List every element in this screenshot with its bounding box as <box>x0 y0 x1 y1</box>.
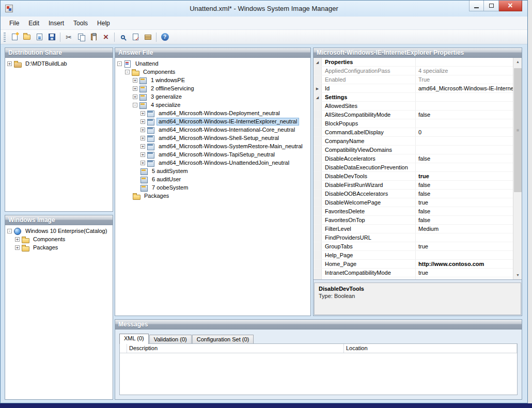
property-row[interactable]: FavoritesOnTopfalse <box>314 216 513 225</box>
collapse-icon[interactable]: - <box>133 103 137 107</box>
tree-item[interactable]: +3 generalize <box>116 92 309 101</box>
property-row[interactable]: LocalIntranetSites <box>314 277 513 280</box>
property-row[interactable]: FilterLevelMedium <box>314 225 513 233</box>
expand-icon[interactable]: + <box>15 237 20 242</box>
property-row[interactable]: FindProvidersURL <box>314 233 513 242</box>
expand-icon[interactable]: + <box>15 245 20 250</box>
tree-item[interactable]: +amd64_Microsoft-Windows-International-C… <box>116 125 309 134</box>
tree-item-label[interactable]: 4 specialize <box>149 101 182 109</box>
property-section-row[interactable]: ◢Properties <box>314 58 513 67</box>
property-row[interactable]: DisableOOBAcceleratorsfalse <box>314 190 513 198</box>
property-value[interactable] <box>416 146 513 154</box>
column-header-description[interactable]: Description <box>127 344 344 353</box>
tree-item[interactable]: +D:\MDTBuildLab <box>6 59 112 68</box>
collapse-icon[interactable]: - <box>7 229 12 233</box>
property-value[interactable] <box>416 93 513 101</box>
expand-icon[interactable]: + <box>140 161 145 165</box>
tree-item-label[interactable]: 1 windowsPE <box>149 76 187 84</box>
column-header-location[interactable]: Location <box>344 344 517 353</box>
tree-item-label[interactable]: 2 offlineServicing <box>149 85 196 92</box>
property-row[interactable]: CompanyName <box>314 137 513 146</box>
minimize-button[interactable] <box>469 1 484 11</box>
property-row[interactable]: IntranetCompatibilityModetrue <box>314 269 513 277</box>
scroll-down-icon[interactable]: ▼ <box>513 271 522 279</box>
tree-item-label[interactable]: 5 auditSystem <box>150 167 190 175</box>
tree-item[interactable]: +1 windowsPE <box>116 76 309 84</box>
property-row[interactable]: AppliedConfigurationPass4 specialize <box>314 67 513 75</box>
property-value[interactable] <box>416 119 513 128</box>
property-value[interactable]: true <box>416 198 513 207</box>
tree-item[interactable]: +amd64_Microsoft-Windows-TapiSetup_neutr… <box>116 150 309 159</box>
property-value[interactable]: 4 specialize <box>416 67 513 75</box>
property-value[interactable] <box>416 277 513 280</box>
tree-item[interactable]: +amd64_Microsoft-Windows-Deployment_neut… <box>116 109 309 117</box>
property-row[interactable]: DisableWelcomePagetrue <box>314 198 513 207</box>
tree-item-label[interactable]: D:\MDTBuildLab <box>23 60 69 68</box>
property-row[interactable]: DisableDevToolstrue <box>314 172 513 181</box>
property-value[interactable]: false <box>416 154 513 163</box>
expand-icon[interactable]: + <box>133 86 137 91</box>
property-row[interactable]: DisableAcceleratorsfalse <box>314 154 513 163</box>
property-row[interactable]: ▶Idamd64_Microsoft-Windows-IE-InternetEx <box>314 84 513 93</box>
tree-item[interactable]: +Components <box>6 235 112 243</box>
toolbar-grip[interactable] <box>4 33 6 42</box>
tree-item-label[interactable]: Packages <box>142 192 171 200</box>
menu-file[interactable]: File <box>5 18 24 28</box>
tab-configuration-set-0[interactable]: Configuration Set (0) <box>192 335 254 343</box>
menu-help[interactable]: Help <box>92 18 115 28</box>
tree-item[interactable]: +2 offlineServicing <box>116 84 309 92</box>
help-button[interactable] <box>159 31 171 43</box>
tree-item[interactable]: +amd64_Microsoft-Windows-Shell-Setup_neu… <box>116 134 309 142</box>
property-row[interactable]: Home_Pagehttp://www.contoso.com <box>314 260 513 269</box>
tree-item[interactable]: +Packages <box>6 243 112 252</box>
expand-icon[interactable]: + <box>133 95 137 99</box>
property-row[interactable]: CommandLabelDisplay0 <box>314 128 513 137</box>
tree-item[interactable]: Packages <box>116 192 309 200</box>
tree-item[interactable]: 6 auditUser <box>116 175 309 183</box>
tree-item[interactable]: -Unattend <box>116 59 309 68</box>
expand-icon[interactable]: + <box>140 144 145 149</box>
menu-insert[interactable]: Insert <box>44 18 69 28</box>
find-button[interactable] <box>117 31 129 43</box>
property-value[interactable] <box>416 137 513 145</box>
new-file-button[interactable] <box>8 31 21 43</box>
tree-item[interactable]: +amd64_Microsoft-Windows-SystemRestore-M… <box>116 142 309 150</box>
property-row[interactable]: AllowedSites <box>314 102 513 111</box>
expand-icon[interactable]: + <box>140 136 145 140</box>
vertical-scrollbar[interactable]: ▲ ≡ ▼ <box>513 58 522 279</box>
open-file-button[interactable] <box>21 31 33 43</box>
tree-item-label[interactable]: amd64_Microsoft-Windows-International-Co… <box>157 126 297 134</box>
collapse-icon[interactable]: - <box>125 70 130 74</box>
property-row[interactable]: CompatibilityViewDomains <box>314 146 513 154</box>
property-section-row[interactable]: ◢Settings <box>314 93 513 102</box>
titlebar[interactable]: Unattend.xml* - Windows System Image Man… <box>1 1 527 17</box>
property-value[interactable]: true <box>416 172 513 180</box>
menu-tools[interactable]: Tools <box>69 18 92 28</box>
paste-button[interactable] <box>87 31 100 43</box>
property-value[interactable]: True <box>416 75 513 84</box>
tree-item[interactable]: +amd64_Microsoft-Windows-UnattendedJoin_… <box>116 159 309 167</box>
tree-item[interactable]: -Components <box>116 68 309 76</box>
property-row[interactable]: EnabledTrue <box>314 75 513 84</box>
property-value[interactable]: false <box>416 207 513 215</box>
open-windows-image-button[interactable] <box>33 31 45 43</box>
tree-item-label[interactable]: Unattend <box>133 60 161 68</box>
tree-item-label[interactable]: amd64_Microsoft-Windows-Deployment_neutr… <box>157 109 282 117</box>
tree-item-label[interactable]: 3 generalize <box>149 93 184 101</box>
tree-item-label[interactable]: 6 auditUser <box>150 176 183 183</box>
menu-edit[interactable]: Edit <box>24 18 44 28</box>
property-value[interactable]: false <box>416 181 513 189</box>
property-row[interactable]: GroupTabstrue <box>314 242 513 251</box>
collapse-icon[interactable]: - <box>117 61 122 66</box>
tree-item[interactable]: 7 oobeSystem <box>116 183 309 192</box>
scrollbar-thumb[interactable]: ≡ <box>514 68 522 192</box>
property-value[interactable]: false <box>416 216 513 224</box>
property-value[interactable]: false <box>416 190 513 198</box>
property-value[interactable]: true <box>416 269 513 277</box>
property-row[interactable]: DisableDataExecutionPrevention <box>314 163 513 172</box>
property-value[interactable]: false <box>416 111 513 119</box>
property-value[interactable]: Medium <box>416 225 513 233</box>
cut-button[interactable] <box>62 31 75 43</box>
save-button[interactable] <box>45 31 58 43</box>
tab-validation-0[interactable]: Validation (0) <box>149 335 192 343</box>
